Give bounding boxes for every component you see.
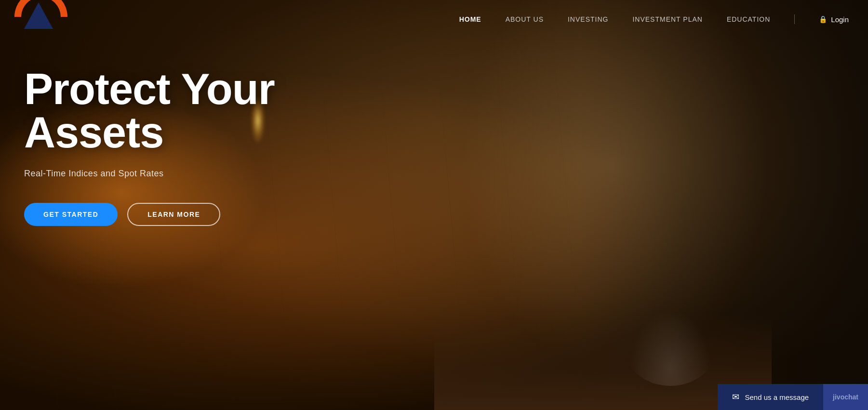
envelope-icon: ✉ xyxy=(732,392,739,402)
hero-section: HOME ABOUT US INVESTING INVESTMENT PLAN … xyxy=(0,0,868,410)
nav-investing[interactable]: INVESTING xyxy=(568,15,608,23)
logo[interactable] xyxy=(10,0,72,43)
chat-widget: ✉ Send us a message jivochat xyxy=(718,384,868,410)
hero-buttons: GET STARTED LEARN MORE xyxy=(24,203,275,226)
jivochat-label: jivochat xyxy=(833,393,858,401)
nav-education[interactable]: EDUCATION xyxy=(727,15,770,23)
logo-triangle-icon xyxy=(24,2,53,29)
hero-content: Protect Your Assets Real-Time Indices an… xyxy=(24,67,275,226)
hero-subtitle: Real-Time Indices and Spot Rates xyxy=(24,169,275,179)
get-started-button[interactable]: GET STARTED xyxy=(24,203,118,226)
learn-more-button[interactable]: LEARN MORE xyxy=(127,203,220,226)
lock-icon: 🔒 xyxy=(819,15,827,23)
nav-links: HOME ABOUT US INVESTING INVESTMENT PLAN … xyxy=(459,14,849,24)
nav-about[interactable]: ABOUT US xyxy=(506,15,544,23)
hero-title: Protect Your Assets xyxy=(24,67,275,154)
hero-title-line2: Assets xyxy=(24,108,163,157)
chat-message-label: Send us a message xyxy=(745,393,809,401)
nav-divider xyxy=(794,14,795,24)
hero-title-line1: Protect Your xyxy=(24,65,275,113)
cup-area xyxy=(622,299,719,386)
send-message-button[interactable]: ✉ Send us a message xyxy=(718,384,824,410)
nav-investment-plan[interactable]: INVESTMENT PLAN xyxy=(632,15,702,23)
jivochat-badge: jivochat xyxy=(823,384,868,410)
nav-home[interactable]: HOME xyxy=(459,15,481,23)
login-button[interactable]: 🔒 Login xyxy=(819,15,849,24)
navbar: HOME ABOUT US INVESTING INVESTMENT PLAN … xyxy=(0,0,868,39)
login-label: Login xyxy=(831,15,849,24)
